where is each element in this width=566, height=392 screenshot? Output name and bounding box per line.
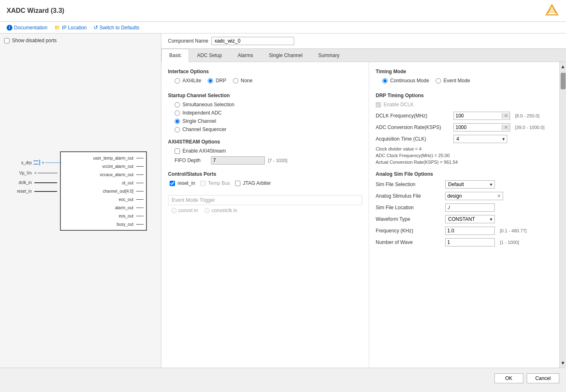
- sim-file-location-input[interactable]: [445, 203, 495, 212]
- frequency-input[interactable]: [445, 227, 495, 235]
- acq-time-select[interactable]: 4 8 16: [453, 135, 507, 143]
- analog-sim-title: Analog Sim File Options: [376, 171, 553, 177]
- scroll-down-button[interactable]: ▼: [559, 359, 566, 368]
- show-disabled-ports-row: Show disabled ports: [4, 38, 157, 43]
- enable-axistream-checkbox[interactable]: [175, 148, 180, 154]
- enable-dclk-checkbox[interactable]: [376, 102, 381, 108]
- switch-defaults-link[interactable]: ↺ Switch to Defaults: [94, 24, 139, 31]
- sim-file-selection-row: Sim File Selection Default Custom ▼: [376, 180, 553, 189]
- component-name-label: Component Name: [168, 38, 208, 44]
- acq-time-row: Acquisition Time (CLK) 4 8 16 ▼: [376, 135, 553, 143]
- location-icon: 📁: [54, 25, 60, 31]
- adc-clock-text: ADC Clock Frequency(MHz) = 25.00: [376, 153, 553, 158]
- reset-in-checkbox[interactable]: [170, 181, 175, 186]
- drp-label: DRP: [216, 78, 226, 84]
- control-status-group: Control/Status Ports reset_in Temp Bus: [168, 171, 362, 189]
- analog-stimulus-label: Analog Stimulus File: [376, 193, 442, 199]
- jtag-arbiter-label: JTAG Arbiter: [243, 180, 271, 186]
- analog-sim-section: Analog Sim File Options Sim File Selecti…: [376, 171, 553, 246]
- ok-button[interactable]: OK: [494, 373, 523, 383]
- reset-in-row: reset_in: [170, 180, 195, 186]
- startup-channel-title: Startup Channel Selection: [168, 93, 362, 98]
- frequency-range: [0.1 - 480.77]: [500, 228, 527, 233]
- waveform-type-row: Waveform Type CONSTANT SINE RAMP ▼: [376, 215, 553, 223]
- axistream-group: AXI4STREAM Options Enable AXI4Stream FIF…: [168, 139, 362, 165]
- control-status-title: Control/Status Ports: [168, 171, 362, 177]
- analog-stimulus-field: ✕: [445, 192, 503, 200]
- footer: OK Cancel: [0, 368, 566, 388]
- logo-icon: [544, 3, 559, 18]
- actual-rate-text: Actual Conversion Rate(KSPS) = 961.54: [376, 160, 553, 165]
- temp-bus-checkbox[interactable]: [200, 181, 206, 186]
- dclk-freq-input[interactable]: [454, 112, 502, 120]
- switch-defaults-label: Switch to Defaults: [100, 25, 139, 31]
- event-mode-section: Event Mode Trigger convst in convstclk i…: [168, 195, 362, 216]
- sim-file-selection-select[interactable]: Default Custom: [445, 180, 495, 189]
- port-eos: eos_out: [61, 212, 146, 220]
- tab-alarms[interactable]: Alarms: [230, 49, 261, 62]
- tab-basic[interactable]: Basic: [161, 49, 189, 62]
- component-name-bar: Component Name: [161, 33, 566, 49]
- cancel-button[interactable]: Cancel: [527, 373, 559, 383]
- analog-stimulus-clear[interactable]: ✕: [495, 193, 503, 199]
- toolbar: i Documentation 📁 IP Location ↺ Switch t…: [0, 22, 566, 33]
- reset-in-label: reset_in: [177, 180, 195, 186]
- convstclk-in-radio: convstclk in: [204, 208, 237, 213]
- adc-rate-input[interactable]: [454, 124, 502, 131]
- radio-axi4lite: AXI4Lite: [175, 78, 201, 84]
- radio-channel-sequencer: Channel Sequencer: [175, 127, 362, 132]
- tab-adc-setup[interactable]: ADC Setup: [189, 49, 230, 62]
- frequency-label: Frequency (KHz): [376, 228, 442, 234]
- documentation-label: Documentation: [14, 25, 48, 31]
- num-wave-input[interactable]: [445, 238, 495, 246]
- documentation-link[interactable]: i Documentation: [7, 25, 48, 31]
- channel-sequencer-label: Channel Sequencer: [182, 127, 226, 132]
- waveform-type-select[interactable]: CONSTANT SINE RAMP: [445, 215, 495, 223]
- enable-dclk-label: Enable DCLK: [384, 102, 414, 108]
- tab-summary[interactable]: Summary: [310, 49, 347, 62]
- axistream-title: AXI4STREAM Options: [168, 139, 362, 145]
- fifo-input[interactable]: [211, 156, 265, 165]
- enable-axistream-row: Enable AXI4Stream: [175, 148, 362, 154]
- scrollbar[interactable]: ▲ ▼: [559, 62, 566, 368]
- event-mode-label: Event Mode: [444, 78, 470, 84]
- convstclk-in-label: convstclk in: [211, 208, 237, 213]
- ip-location-link[interactable]: 📁 IP Location: [54, 25, 87, 31]
- jtag-arbiter-row: JTAG Arbiter: [235, 180, 271, 186]
- radio-continuous-mode: Continuous Mode: [382, 78, 429, 84]
- port-busy: busy_out: [61, 220, 146, 228]
- sim-file-location-label: Sim File Location: [376, 205, 442, 210]
- dclk-freq-label: DCLK Frequency(MHz): [376, 113, 450, 119]
- none-label: None: [241, 78, 253, 84]
- temp-bus-label: Temp Bus: [208, 180, 230, 186]
- component-diagram: user_temp_alarm_out vccint_alarm_out vcc…: [4, 47, 157, 363]
- adc-rate-clear[interactable]: ✕: [502, 124, 510, 130]
- scroll-up-button[interactable]: ▲: [559, 62, 566, 71]
- sim-file-selection-label: Sim File Selection: [376, 182, 442, 187]
- drp-timing-group: DRP Timing Options Enable DCLK DCLK Freq…: [376, 93, 553, 165]
- dclk-freq-range: [8.0 - 250.0]: [515, 113, 540, 118]
- convst-in-label: convst in: [178, 208, 198, 213]
- inner-content: Interface Options AXI4Lite DRP: [161, 62, 559, 368]
- axi4lite-label: AXI4Lite: [182, 78, 201, 84]
- radio-none: None: [233, 78, 253, 84]
- analog-stimulus-input[interactable]: [446, 192, 495, 200]
- show-disabled-ports-checkbox[interactable]: [4, 38, 10, 43]
- scroll-thumb[interactable]: [561, 73, 566, 89]
- tab-single-channel[interactable]: Single Channel: [261, 49, 310, 62]
- show-disabled-ports-label: Show disabled ports: [12, 38, 57, 43]
- tab-content-wrapper: Interface Options AXI4Lite DRP: [161, 62, 566, 368]
- component-name-input[interactable]: [211, 37, 294, 45]
- interface-options-title: Interface Options: [168, 69, 362, 74]
- dclk-freq-clear[interactable]: ✕: [502, 113, 510, 119]
- radio-independent: Independent ADC: [175, 110, 362, 116]
- single-channel-label: Single Channel: [182, 118, 216, 124]
- num-wave-range: [1 - 1000]: [500, 240, 519, 245]
- port-user-temp: user_temp_alarm_out: [61, 154, 146, 162]
- event-mode-title: Event Mode Trigger: [168, 195, 362, 205]
- tab-right-column: Timing Mode Continuous Mode Event Mode: [369, 62, 559, 368]
- jtag-arbiter-checkbox[interactable]: [235, 181, 240, 186]
- timing-mode-title: Timing Mode: [376, 69, 553, 74]
- port-vccaux: vccaux_alarm_out: [61, 170, 146, 179]
- radio-drp: DRP: [208, 78, 226, 84]
